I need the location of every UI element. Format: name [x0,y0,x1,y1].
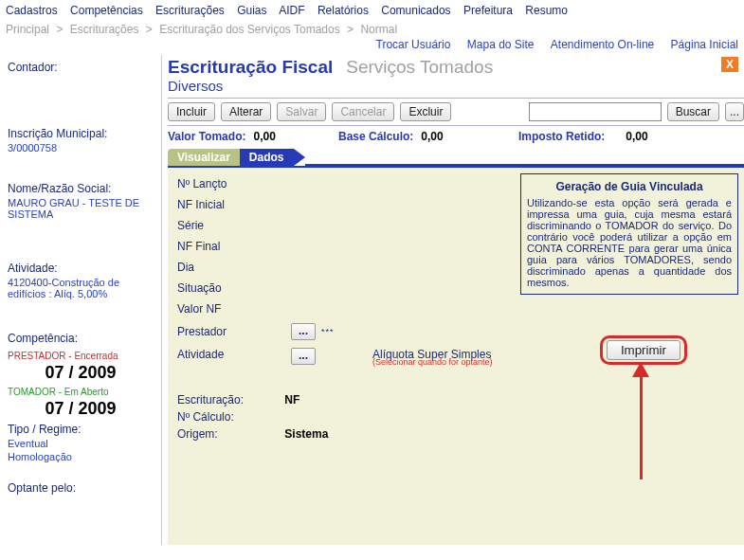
menu-comunicados[interactable]: Comunicados [381,4,450,17]
link-mapa-site[interactable]: Mapa do Site [467,38,535,51]
lbl-valor-nf: Valor NF [177,302,281,316]
close-button[interactable]: X [721,57,738,72]
alterar-button[interactable]: Alterar [221,102,271,121]
prestador-required-mark: *** [321,327,335,336]
atividade-picker-button[interactable]: ... [291,348,316,365]
comp-prestador-period: 07 / 2009 [8,363,154,383]
page-title: Escrituração Fiscal [168,57,333,78]
insc-value: 3/0000758 [8,142,154,154]
print-highlight: Imprimir [600,335,687,365]
cancelar-button[interactable]: Cancelar [332,102,394,121]
top-menu: Cadastros Competências Escriturações Gui… [0,0,744,21]
n-calculo-label: Nº Cálculo: [177,410,281,424]
menu-escrituracoes[interactable]: Escriturações [155,4,225,17]
insc-label: Inscrição Municipal: [8,127,154,140]
menu-cadastros[interactable]: Cadastros [6,4,58,17]
comp-tomador-period: 07 / 2009 [8,399,154,419]
breadcrumb-item[interactable]: Escriturações [70,23,139,36]
lbl-nf-final: NF Final [177,240,281,253]
imprimir-button[interactable]: Imprimir [607,340,680,360]
menu-competencias[interactable]: Competências [70,4,143,17]
menu-resumo[interactable]: Resumo [525,4,568,17]
more-button[interactable]: ... [725,102,744,121]
origem-value: Sistema [284,427,328,441]
tab-visualizar[interactable]: Visualizar [168,149,240,166]
valor-tomado-label: Valor Tomado: [168,130,245,143]
tipo-label: Tipo / Regime: [8,423,154,436]
sublinks: Trocar Usuário Mapa do Site Atendimento … [0,36,744,55]
lbl-situacao: Situação [177,281,281,295]
lbl-serie: Série [177,219,281,232]
tipo-value-1: Eventual [8,438,154,449]
nome-label: Nome/Razão Social: [8,182,154,195]
breadcrumb-sep: > [146,23,153,36]
atividade-value: 4120400-Construção de edifícios : Alíq. … [8,277,154,299]
lbl-lancto: Nº Lançto [177,177,281,190]
prestador-picker-button[interactable]: ... [291,323,316,340]
origem-label: Origem: [177,427,281,441]
annotation-arrow [632,362,649,479]
menu-prefeitura[interactable]: Prefeitura [463,4,513,17]
base-calculo-label: Base Cálculo: [338,130,413,143]
main: X Escrituração Fiscal Serviços Tomados D… [161,55,744,545]
link-trocar-usuario[interactable]: Trocar Usuário [376,38,451,51]
comp-prestador-status: PRESTADOR - Encerrada [8,351,154,361]
guide-title: Geração de Guia Vinculada [527,180,732,193]
buscar-button[interactable]: Buscar [667,102,719,121]
tipo-value-2: Homologação [8,451,154,462]
nome-value: MAURO GRAU - TESTE DE SISTEMA [8,197,154,220]
page-subhead: Diversos [168,78,744,94]
menu-guias[interactable]: Guias [237,4,266,17]
aliquota-note: (Selecionar quando for optante) [372,357,493,367]
totals-row: Valor Tomado: 0,00 Base Cálculo: 0,00 Im… [168,125,744,149]
atividade-label: Atividade: [8,262,154,275]
salvar-button[interactable]: Salvar [277,102,326,121]
lbl-atividade: Atividade [177,348,281,361]
tabs: Visualizar Dados [168,149,744,166]
breadcrumb-sep: > [347,23,354,36]
guide-box: Geração de Guia Vinculada Utilizando-se … [520,173,738,295]
valor-tomado-value: 0,00 [253,130,275,143]
breadcrumb-item[interactable]: Principal [6,23,49,36]
optante-label: Optante pelo: [8,481,154,495]
lbl-nf-inicial: NF Inicial [177,198,281,211]
sidebar: Contador: Inscrição Municipal: 3/0000758… [0,55,161,545]
search-input[interactable] [529,102,662,121]
excluir-button[interactable]: Excluir [400,102,451,121]
base-calculo-value: 0,00 [421,130,443,143]
link-atendimento[interactable]: Atendimento On-line [551,38,654,51]
escrituracao-label: Escrituração: [177,393,281,406]
breadcrumb-item[interactable]: Escrituração dos Serviços Tomados [159,23,340,36]
lbl-dia: Dia [177,261,281,274]
breadcrumb-item: Normal [360,23,397,36]
imposto-retido-label: Imposto Retido: [518,130,605,143]
lbl-prestador: Prestador [177,325,281,338]
tab-dados[interactable]: Dados [240,149,294,166]
link-pagina-inicial[interactable]: Página Inicial [671,38,738,51]
breadcrumb-sep: > [56,23,63,36]
imposto-retido-value: 0,00 [626,130,647,143]
escrituracao-value: NF [284,393,299,406]
comp-tomador-status: TOMADOR - Em Aberto [8,387,154,397]
page-subtitle: Serviços Tomados [346,57,493,78]
breadcrumb: Principal > Escriturações > Escrituração… [0,21,744,36]
actions-row: Incluir Alterar Salvar Cancelar Excluir … [168,98,744,125]
incluir-button[interactable]: Incluir [168,102,215,121]
contador-label: Contador: [8,61,154,74]
form-area: Nº Lançto NF Inicial Série NF Final Dia … [168,166,744,545]
tab-tail [294,149,305,166]
guide-body: Utilizando-se esta opção será gerada e i… [527,197,732,288]
menu-aidf[interactable]: AIDF [279,4,304,17]
menu-relatorios[interactable]: Relatórios [318,4,369,17]
competencia-label: Competência: [8,332,154,345]
